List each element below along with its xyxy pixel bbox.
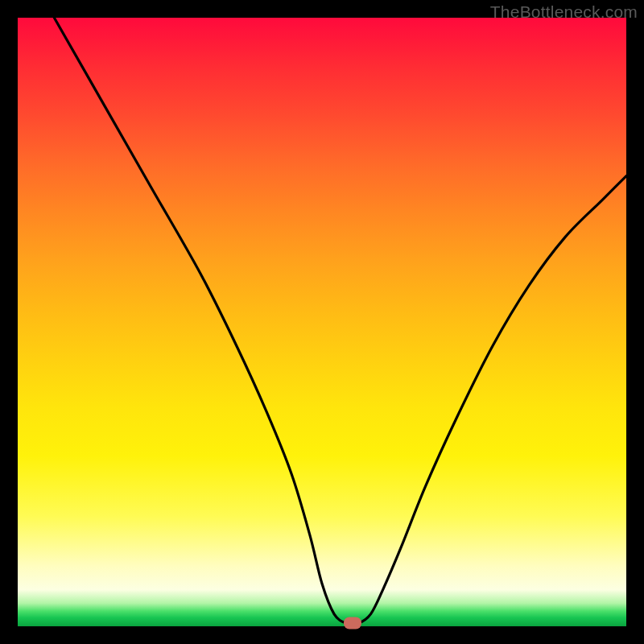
bottleneck-curve bbox=[18, 18, 626, 626]
optimal-point-marker bbox=[344, 617, 361, 630]
plot-area bbox=[18, 18, 626, 626]
chart-frame: TheBottleneck.com bbox=[0, 0, 644, 644]
